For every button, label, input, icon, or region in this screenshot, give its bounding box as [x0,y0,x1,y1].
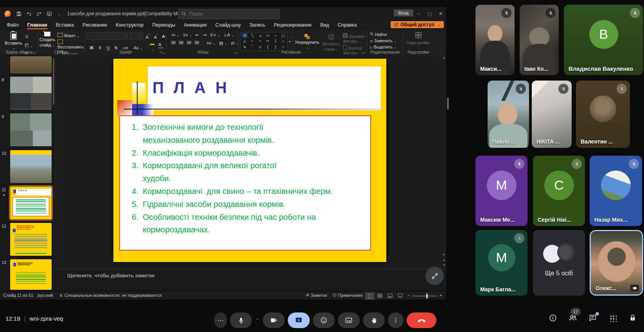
layout-button[interactable]: Макет [57,33,85,38]
host-controls-button[interactable] [628,313,638,323]
participant-tile[interactable]: Павло ... [488,81,529,148]
reset-button[interactable]: Восстановить [57,39,85,49]
change-case-button[interactable]: Аа [132,45,144,50]
language-indicator[interactable]: русский [38,293,53,298]
shrink-font-button[interactable]: Аˇ [152,33,159,39]
tab-help[interactable]: Справка [334,21,361,29]
zoom-in-icon[interactable]: + [439,293,442,298]
slide-thumbnail-11-selected[interactable]: П Л А Н [10,187,52,219]
decrease-indent-button[interactable]: ⇤ [196,33,199,37]
tab-slideshow[interactable]: Слайд-шоу [211,21,245,29]
select-button[interactable]: ▷ Выделить [370,45,402,49]
addins-button[interactable]: Надстройки [404,30,433,45]
meeting-details-button[interactable] [548,313,558,323]
align-center-button[interactable] [179,41,183,45]
chat-button[interactable] [588,313,598,323]
slide-thumbnail-10[interactable] [10,150,52,183]
participant-tile[interactable]: НІКІТА ... [532,81,572,148]
align-left-button[interactable] [171,41,176,45]
comments-toggle[interactable]: 🗩 Примечания [332,293,363,298]
participant-tile[interactable]: Іван Ко... [520,5,559,75]
zoom-out-icon[interactable]: − [407,293,410,298]
start-slideshow-icon[interactable] [47,11,52,16]
slide-thumbnail-13[interactable]: Додаткові вимоги до кормороздавачів: [10,259,52,290]
text-box-shape-icon[interactable]: A [242,33,247,38]
line-spacing-button[interactable]: ⇕≡ [210,33,220,37]
numbering-button[interactable]: 1≡ [183,33,192,37]
copy-icon[interactable] [25,42,33,49]
font-name-combo[interactable] [87,32,127,40]
justify-button[interactable] [195,41,199,45]
italic-button[interactable]: К [97,45,102,50]
cut-icon[interactable] [25,33,33,40]
tab-view[interactable]: Вид [316,21,334,29]
tab-animations[interactable]: Анимация [179,21,211,29]
participant-tile[interactable]: Макси... [475,5,515,75]
previous-slide-icon[interactable]: ⏶ [443,259,445,262]
participant-tile[interactable]: Валентин ... [576,81,630,148]
meet-scrollbar[interactable] [447,98,449,109]
strikethrough-button[interactable]: S [113,45,119,50]
tab-home[interactable]: Главная [23,21,52,29]
convert-smartart-button[interactable]: ⇄ [231,41,239,45]
present-screen-button-active[interactable] [288,312,310,328]
sign-in-button[interactable]: Вход [394,9,413,16]
align-right-button[interactable] [187,41,191,45]
microphone-button[interactable] [230,312,252,328]
end-call-button[interactable] [407,312,436,328]
captions-button[interactable] [338,312,360,328]
save-icon[interactable] [16,11,22,16]
increase-indent-button[interactable]: ⇥ [203,33,206,37]
slide-content-box[interactable]: 1.Зоотехнічні вимоги до технології механ… [119,115,371,251]
thumbnail-scrollbar[interactable] [53,58,54,105]
collapse-ribbon-icon[interactable]: ⌃ [438,49,441,53]
bullets-button[interactable]: •≡ [171,33,179,37]
close-button[interactable] [435,7,446,20]
more-shapes-caret-icon[interactable]: ▾ [287,32,292,51]
participant-tile[interactable]: Назар Мих... [590,156,642,226]
share-button[interactable]: Общий доступ [391,21,444,28]
zoom-slider[interactable] [412,296,437,296]
slide-sorter-view-button[interactable] [375,293,384,299]
font-size-combo[interactable] [129,32,143,40]
tab-draw[interactable]: Рисование [78,21,111,29]
slide-thumbnail-12[interactable]: До кормороздавальних пристроїв ставлять … [10,223,52,256]
slide-thumbnail-8[interactable] [10,77,52,109]
next-slide-icon[interactable]: ⏷ [443,264,445,267]
redo-icon[interactable] [36,11,42,16]
more-options-button[interactable] [388,312,404,328]
expand-presentation-button[interactable] [425,267,444,285]
text-direction-button[interactable]: ⇣А [224,33,234,37]
participants-button[interactable]: 17 [568,313,578,323]
scroll-up-icon[interactable]: ▲ [442,56,445,59]
replace-button[interactable]: ⇄ Заменить [370,38,402,43]
tab-insert[interactable]: Вставка [52,21,78,29]
normal-view-button[interactable] [365,293,375,300]
tab-review[interactable]: Рецензирование [269,21,316,29]
activities-button[interactable] [608,313,618,323]
reactions-button[interactable] [313,312,335,328]
ppt-search-box[interactable] [178,9,280,19]
grow-font-button[interactable]: Аˆ [145,33,151,39]
participant-tile[interactable]: В Владислав Вакуленко [564,5,643,75]
participant-tile[interactable]: М Ще 5 осіб Марк Багла... [475,230,527,296]
slideshow-view-button[interactable] [396,293,404,299]
overflow-tile[interactable]: Ще 5 осіб [533,230,585,296]
shape-fill-button[interactable]: Заливка фигуры [343,33,366,43]
tab-transitions[interactable]: Переходы [148,21,179,29]
align-text-button[interactable]: ▤ [219,41,227,45]
customize-qat-caret-icon[interactable] [57,11,61,16]
character-spacing-button[interactable]: АВ [122,46,130,50]
bold-button[interactable]: Ж [88,45,95,50]
raise-hand-button[interactable] [363,312,385,328]
underline-button[interactable]: Ч [105,45,111,50]
tab-file[interactable]: Файл [2,21,23,29]
undo-icon[interactable] [26,11,32,16]
columns-button[interactable]: ≡≡ [206,41,215,45]
camera-button[interactable] [263,312,285,328]
search-input[interactable] [189,11,261,17]
slide-thumbnail-7[interactable] [10,56,52,74]
maximize-button[interactable] [424,7,435,20]
camera-options-caret-icon[interactable]: ⌃ [255,318,260,323]
more-controls-button[interactable] [214,312,227,328]
